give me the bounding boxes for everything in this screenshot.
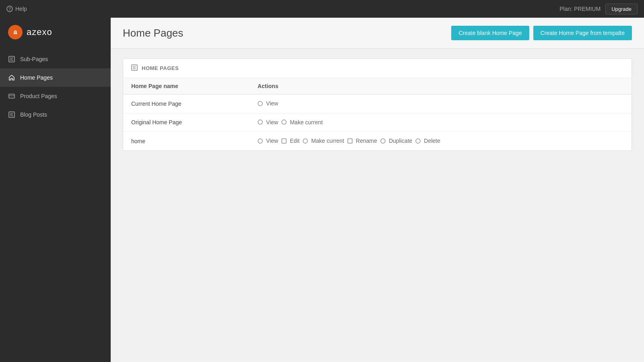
action-circle-icon (258, 101, 263, 106)
content-header: Home Pages Create blank Home Page Create… (111, 18, 644, 49)
sidebar-item-product-pages-label: Product Pages (20, 93, 57, 99)
action-circle-icon (258, 138, 263, 144)
create-template-button[interactable]: Create Home Page from tempalte (533, 26, 632, 40)
table-row: homeViewEditMake currentRenameDuplicateD… (123, 132, 632, 150)
row-name: home (123, 132, 250, 150)
create-blank-button[interactable]: Create blank Home Page (451, 26, 529, 40)
header-actions: Create blank Home Page Create Home Page … (451, 26, 632, 40)
logo: a azexo (0, 18, 111, 47)
sidebar-item-sub-pages[interactable]: Sub-Pages (0, 50, 111, 68)
action-square-icon (281, 138, 287, 144)
row-actions: View (250, 95, 632, 113)
section-header-label: HOME PAGES (142, 65, 179, 71)
help-label: Help (15, 6, 27, 12)
sub-pages-icon (8, 56, 15, 63)
action-label: View (266, 138, 278, 144)
section-icon (131, 64, 138, 72)
sidebar-item-blog-posts-label: Blog Posts (20, 111, 47, 118)
action-label: Edit (290, 138, 299, 144)
row-actions: ViewEditMake currentRenameDuplicateDelet… (250, 132, 632, 150)
product-pages-icon (8, 93, 15, 100)
sidebar: a azexo Sub-Pages (0, 18, 111, 362)
section-header: HOME PAGES (123, 59, 632, 78)
action-label: View (266, 100, 278, 107)
action-duplicate[interactable]: Duplicate (380, 138, 412, 144)
logo-text: azexo (27, 27, 52, 37)
row-name: Current Home Page (123, 95, 250, 113)
topbar-right: Plan: PREMIUM Upgrade (559, 4, 638, 14)
action-label: Rename (356, 138, 377, 144)
col-name-header: Home Page name (123, 78, 250, 95)
action-label: Delete (424, 138, 440, 144)
home-pages-icon (8, 74, 15, 81)
action-label: Make current (290, 119, 323, 125)
page-title: Home Pages (123, 27, 183, 39)
action-circle-icon (303, 138, 308, 144)
action-circle-icon (258, 119, 263, 125)
sidebar-item-home-pages[interactable]: Home Pages (0, 68, 111, 87)
content: Home Pages Create blank Home Page Create… (111, 18, 644, 362)
action-view[interactable]: View (258, 138, 278, 144)
table-row: Original Home PageViewMake current (123, 113, 632, 132)
action-rename[interactable]: Rename (347, 138, 377, 144)
action-label: Duplicate (389, 138, 412, 144)
topbar: ? Help Plan: PREMIUM Upgrade (0, 0, 644, 18)
action-circle-icon (415, 138, 421, 144)
help-icon: ? (6, 6, 13, 12)
action-view[interactable]: View (258, 100, 278, 107)
sidebar-item-blog-posts[interactable]: Blog Posts (0, 105, 111, 124)
action-make-current[interactable]: Make current (303, 138, 344, 144)
action-view[interactable]: View (258, 119, 278, 125)
sidebar-item-product-pages[interactable]: Product Pages (0, 87, 111, 105)
action-label: Make current (311, 138, 344, 144)
action-delete[interactable]: Delete (415, 138, 440, 144)
content-body: HOME PAGES Home Page name Actions Curren… (111, 49, 644, 160)
action-circle-icon (380, 138, 386, 144)
logo-icon: a (8, 25, 23, 39)
action-circle-icon (281, 119, 287, 125)
row-actions: ViewMake current (250, 113, 632, 132)
action-label: View (266, 119, 278, 125)
sidebar-item-sub-pages-label: Sub-Pages (20, 56, 48, 62)
home-pages-table: Home Page name Actions Current Home Page… (123, 78, 632, 150)
svg-rect-4 (9, 94, 14, 98)
plan-label: Plan: PREMIUM (559, 6, 601, 12)
table-header-row: Home Page name Actions (123, 78, 632, 95)
action-edit[interactable]: Edit (281, 138, 299, 144)
blog-posts-icon (8, 111, 15, 118)
help-link[interactable]: ? Help (6, 6, 27, 12)
action-square-icon (347, 138, 353, 144)
action-make-current[interactable]: Make current (281, 119, 323, 125)
main-layout: a azexo Sub-Pages (0, 18, 644, 362)
upgrade-button[interactable]: Upgrade (605, 4, 638, 14)
table-row: Current Home PageView (123, 95, 632, 113)
col-actions-header: Actions (250, 78, 632, 95)
sidebar-nav: Sub-Pages Home Pages Product Pages (0, 50, 111, 124)
section-card: HOME PAGES Home Page name Actions Curren… (123, 58, 632, 151)
sidebar-item-home-pages-label: Home Pages (20, 74, 53, 81)
row-name: Original Home Page (123, 113, 250, 132)
